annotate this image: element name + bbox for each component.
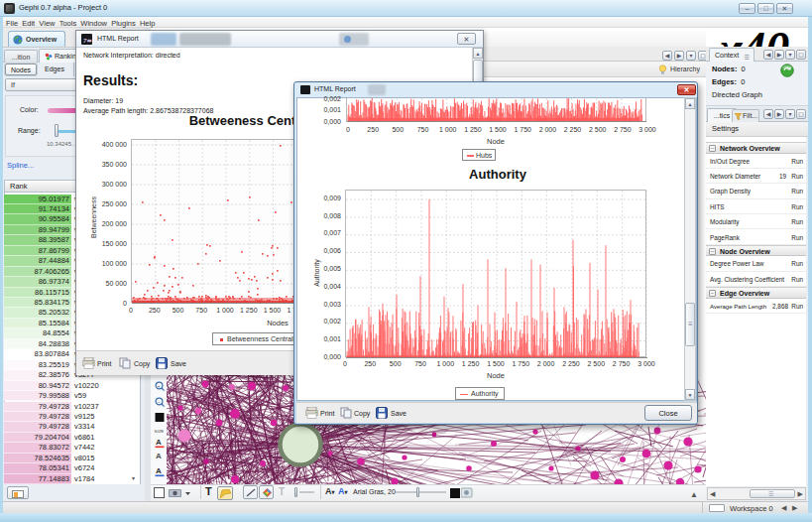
- svg-text:A: A: [156, 466, 162, 475]
- svg-text:A: A: [156, 438, 162, 447]
- svg-text:A: A: [156, 452, 162, 460]
- svg-text:SIZE: SIZE: [155, 429, 165, 434]
- svg-text:–: –: [158, 399, 161, 405]
- svg-text:+: +: [158, 383, 161, 389]
